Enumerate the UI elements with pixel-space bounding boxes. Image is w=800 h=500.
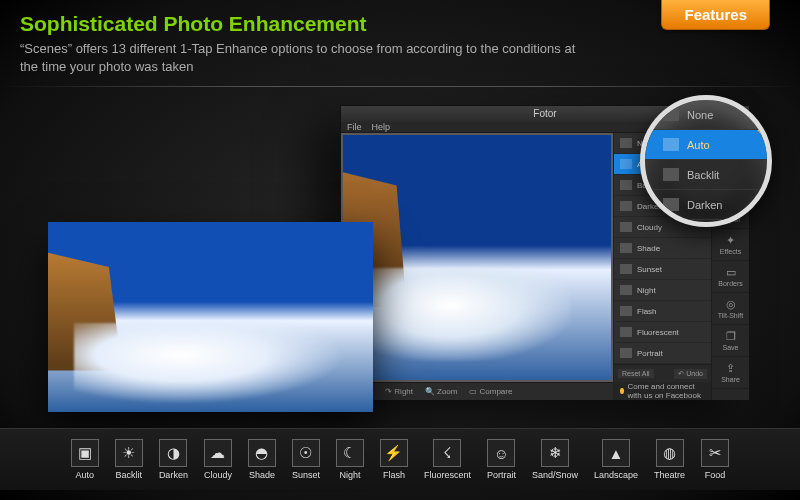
- lens-item-backlit[interactable]: Backlit: [645, 160, 767, 190]
- canvas-column: ↶Left ↷Right 🔍Zoom ▭Compare: [341, 133, 613, 400]
- effects-icon: ✦: [726, 234, 735, 247]
- scene-thumb-icon: [620, 285, 632, 295]
- strip-item-darken[interactable]: ◑Darken: [159, 439, 188, 480]
- strip-item-cloudy[interactable]: ☁Cloudy: [204, 439, 232, 480]
- strip-item-food[interactable]: ✂Food: [701, 439, 729, 480]
- scene-item-label: Sunset: [637, 265, 662, 274]
- portrait-icon: ☺: [487, 439, 515, 467]
- lens-thumb-icon: [663, 198, 679, 211]
- social-footer[interactable]: Come and connect with us on Facebook: [614, 382, 711, 400]
- lens-thumb-icon: [663, 138, 679, 151]
- scene-thumb-icon: [620, 243, 632, 253]
- scene-thumb-icon: [620, 327, 632, 337]
- strip-item-label: Theatre: [654, 470, 685, 480]
- theatre-icon: ◍: [656, 439, 684, 467]
- zoom-button[interactable]: 🔍Zoom: [421, 386, 461, 397]
- strip-item-label: Backlit: [116, 470, 143, 480]
- scene-thumb-icon: [620, 306, 632, 316]
- tilt-shift-icon: ◎: [726, 298, 736, 311]
- lens-item-label: None: [687, 109, 713, 121]
- strip-item-auto[interactable]: ▣Auto: [71, 439, 99, 480]
- canvas-toolbar: ↶Left ↷Right 🔍Zoom ▭Compare: [341, 382, 613, 400]
- scene-item-label: Flash: [637, 307, 657, 316]
- scene-item-label: Shade: [637, 244, 660, 253]
- strip-item-shade[interactable]: ◓Shade: [248, 439, 276, 480]
- tool-save[interactable]: ❐Save: [712, 325, 749, 357]
- scene-item-label: Cloudy: [637, 223, 662, 232]
- tool-label: Share: [721, 376, 740, 383]
- scene-item-shade[interactable]: Shade: [614, 238, 711, 259]
- tool-label: Tilt-Shift: [718, 312, 743, 319]
- rotate-right-label: Right: [394, 387, 413, 396]
- tool-borders[interactable]: ▭Borders: [712, 261, 749, 293]
- rotate-right-button[interactable]: ↷Right: [381, 386, 417, 397]
- auto-icon: ▣: [71, 439, 99, 467]
- strip-item-fluorescent[interactable]: ☇Fluorescent: [424, 439, 471, 480]
- compare-label: Compare: [479, 387, 512, 396]
- strip-item-sunset[interactable]: ☉Sunset: [292, 439, 320, 480]
- tool-tiltshift[interactable]: ◎Tilt-Shift: [712, 293, 749, 325]
- menu-help[interactable]: Help: [372, 122, 391, 132]
- lens-item-label: Auto: [687, 139, 710, 151]
- lens-item-label: Darken: [687, 199, 722, 211]
- scene-item-flash[interactable]: Flash: [614, 301, 711, 322]
- strip-item-label: Cloudy: [204, 470, 232, 480]
- cloudy-icon: ☁: [204, 439, 232, 467]
- strip-item-label: Fluorescent: [424, 470, 471, 480]
- scenes-footer: Reset All ↶ Undo: [614, 364, 711, 382]
- scene-item-portrait[interactable]: Portrait: [614, 343, 711, 364]
- tool-effects[interactable]: ✦Effects: [712, 229, 749, 261]
- scene-item-label: Portrait: [637, 349, 663, 358]
- strip-item-label: Food: [705, 470, 726, 480]
- compare-button[interactable]: ▭Compare: [465, 386, 516, 397]
- borders-icon: ▭: [726, 266, 736, 279]
- magnifier-lens: NoneAutoBacklitDarken: [640, 95, 772, 227]
- tool-label: Borders: [718, 280, 743, 287]
- darken-icon: ◑: [159, 439, 187, 467]
- strip-item-backlit[interactable]: ☀Backlit: [115, 439, 143, 480]
- strip-item-label: Darken: [159, 470, 188, 480]
- social-message: Come and connect with us on Facebook: [628, 382, 711, 400]
- stage: Fotor – ▢ × File Help ↶Left ↷Right 🔍Zoom…: [0, 87, 800, 417]
- strip-item-label: Shade: [249, 470, 275, 480]
- lens-item-label: Backlit: [687, 169, 719, 181]
- sunset-icon: ☉: [292, 439, 320, 467]
- strip-item-night[interactable]: ☾Night: [336, 439, 364, 480]
- scene-thumb-icon: [620, 159, 632, 169]
- features-button[interactable]: Features: [661, 0, 770, 30]
- photo-canvas[interactable]: [343, 135, 611, 380]
- sand/snow-icon: ❄: [541, 439, 569, 467]
- strip-item-label: Flash: [383, 470, 405, 480]
- undo-button[interactable]: ↶ Undo: [674, 369, 707, 379]
- reset-all-button[interactable]: Reset All: [618, 369, 654, 378]
- landscape-icon: ▲: [602, 439, 630, 467]
- scene-thumb-icon: [620, 201, 632, 211]
- tool-label: Save: [723, 344, 739, 351]
- compare-icon: ▭: [469, 387, 477, 396]
- strip-item-flash[interactable]: ⚡Flash: [380, 439, 408, 480]
- zoom-label: Zoom: [437, 387, 457, 396]
- menu-file[interactable]: File: [347, 122, 362, 132]
- strip-item-label: Sunset: [292, 470, 320, 480]
- scene-item-label: Night: [637, 286, 656, 295]
- strip-item-portrait[interactable]: ☺Portrait: [487, 439, 516, 480]
- strip-item-landscape[interactable]: ▲Landscape: [594, 439, 638, 480]
- lens-item-auto[interactable]: Auto: [645, 130, 767, 160]
- tool-share[interactable]: ⇪Share: [712, 357, 749, 389]
- scene-item-night[interactable]: Night: [614, 280, 711, 301]
- rotate-right-icon: ↷: [385, 387, 392, 396]
- strip-item-theatre[interactable]: ◍Theatre: [654, 439, 685, 480]
- lens-thumb-icon: [663, 168, 679, 181]
- flash-icon: ⚡: [380, 439, 408, 467]
- strip-item-label: Landscape: [594, 470, 638, 480]
- strip-item-sandsnow[interactable]: ❄Sand/Snow: [532, 439, 578, 480]
- strip-item-label: Night: [339, 470, 360, 480]
- large-photo-preview: [48, 222, 373, 412]
- scene-item-fluorescent[interactable]: Fluorescent: [614, 322, 711, 343]
- zoom-icon: 🔍: [425, 387, 435, 396]
- fluorescent-icon: ☇: [433, 439, 461, 467]
- scene-item-sunset[interactable]: Sunset: [614, 259, 711, 280]
- strip-item-label: Portrait: [487, 470, 516, 480]
- scene-thumb-icon: [620, 348, 632, 358]
- lens-thumb-icon: [663, 108, 679, 121]
